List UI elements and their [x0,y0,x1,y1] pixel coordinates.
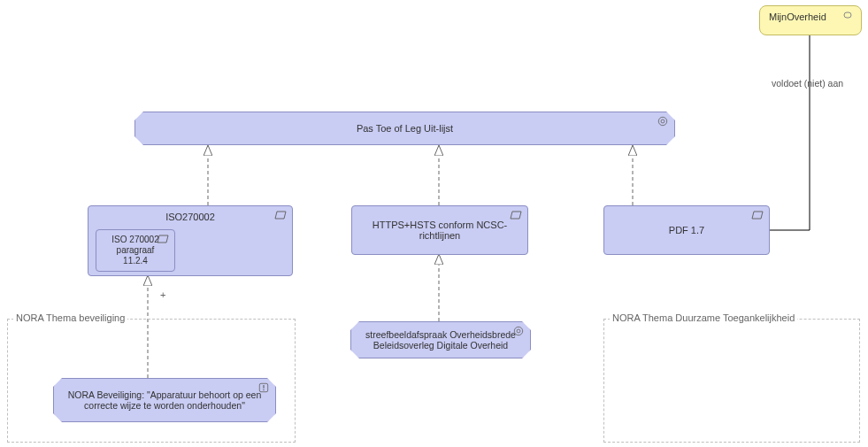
goal-label: streefbeeldafspraak Overheidsbrede Belei… [358,329,523,351]
requirement-label: PDF 1.7 [669,225,704,235]
group-label: NORA Thema Duurzame Toegankelijkheid [610,312,797,323]
requirement-iso-paragraph[interactable]: ISO 270002 paragraaf 11.2.4 [96,229,175,272]
goal-icon [657,116,669,127]
svg-rect-9 [844,12,851,18]
svg-point-10 [658,117,666,125]
goal-pas-toe-of-leg-uit[interactable]: Pas Toe of Leg Uit-lijst [134,112,675,145]
group-nora-duurzaam: NORA Thema Duurzame Toegankelijkheid [603,319,860,443]
requirement-iso270002[interactable]: ISO270002 ISO 270002 paragraaf 11.2.4 [88,205,293,276]
nested-l1: ISO 270002 [111,235,158,245]
requirement-icon [751,210,764,220]
goal-label: Pas Toe of Leg Uit-lijst [357,123,453,134]
requirement-icon [274,210,287,220]
svg-text:+: + [160,289,165,300]
group-label: NORA Thema beveiliging [13,312,127,323]
actor-icon [843,10,856,20]
principle-nora-beveiliging[interactable]: NORA Beveiliging: "Apparatuur behoort op… [53,378,276,422]
actor-mijnoverheid[interactable]: MijnOverheid [759,5,862,35]
relation-label-voldoet: voldoet (niet) aan [772,78,843,89]
requirement-label: ISO270002 [165,212,215,222]
actor-label: MijnOverheid [769,12,826,22]
svg-point-11 [661,119,664,123]
goal-streefbeeld[interactable]: streefbeeldafspraak Overheidsbrede Belei… [350,321,531,358]
nested-l2: paragraaf [117,245,155,256]
requirement-pdf17[interactable]: PDF 1.7 [603,205,770,255]
requirement-label: HTTPS+HSTS conform NCSC-richtlijnen [359,220,520,241]
principle-label: NORA Beveiliging: "Apparatuur behoort op… [61,389,268,411]
requirement-https-hsts[interactable]: HTTPS+HSTS conform NCSC-richtlijnen [351,205,528,255]
nested-l3: 11.2.4 [123,256,148,266]
